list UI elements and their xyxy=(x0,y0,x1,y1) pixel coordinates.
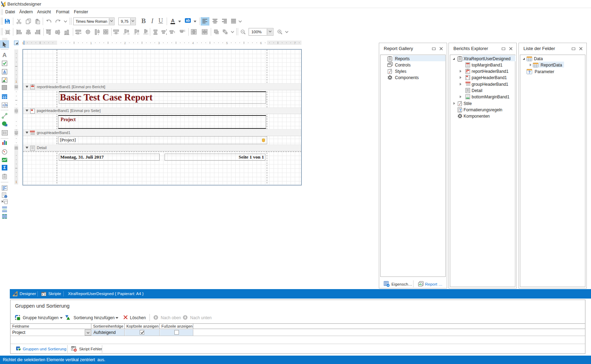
svg-text:?: ? xyxy=(528,70,530,74)
svg-text:6: 6 xyxy=(260,41,262,45)
svg-text:i: i xyxy=(5,195,6,198)
svg-text:b: b xyxy=(5,103,7,107)
svg-text:a: a xyxy=(2,103,5,107)
svg-text:1: 1 xyxy=(90,41,92,45)
svg-text:7: 7 xyxy=(294,41,296,45)
svg-text:1: 1 xyxy=(15,180,17,184)
svg-text:2: 2 xyxy=(124,41,126,45)
svg-text:4: 4 xyxy=(192,41,194,45)
svg-text:3: 3 xyxy=(158,41,160,45)
svg-text:5: 5 xyxy=(226,41,228,45)
svg-text:T: T xyxy=(459,108,461,112)
svg-text:1: 1 xyxy=(15,80,17,83)
